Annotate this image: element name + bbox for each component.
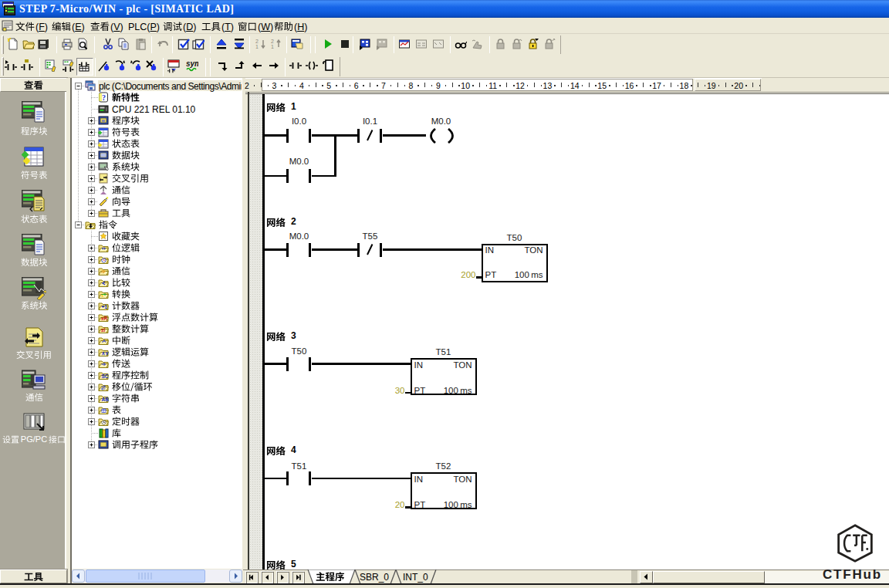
svg-text:?: ? [102,93,106,102]
svg-text:1: 1 [271,44,274,49]
svg-text:1: 1 [255,44,259,49]
svg-text:sym: sym [186,59,198,68]
svg-text:∧∨: ∧∨ [102,350,110,356]
svg-text:±I: ±I [101,327,106,333]
svg-text:±R: ±R [101,316,108,321]
svg-text:2: 2 [255,39,259,44]
svg-text:AB: AB [102,397,110,402]
svg-text:2: 2 [271,39,274,44]
svg-text:SC: SC [102,373,109,379]
svg-text:+1: +1 [102,304,108,309]
